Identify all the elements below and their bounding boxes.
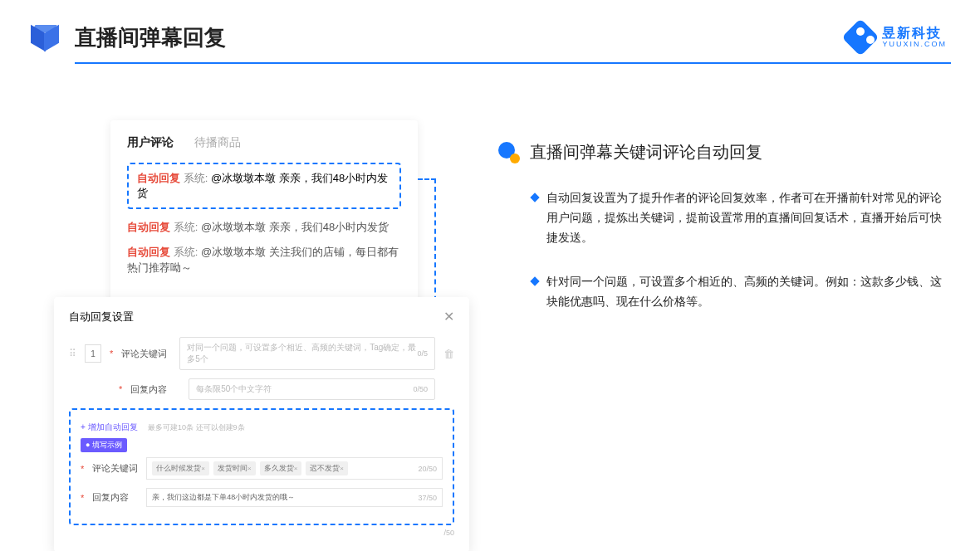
bullet-point: 针对同一个问题，可设置多个相近的、高频的关键词。例如：这款多少钱、这块能优惠吗、… <box>532 272 947 312</box>
settings-dialog: 自动回复设置 ✕ ⠿ 1 * 评论关键词 对同一个问题，可设置多个相近、高频的关… <box>54 297 469 551</box>
system-label: 系统: <box>174 221 198 233</box>
bullet-icon <box>530 193 539 202</box>
auto-reply-tag: 自动回复 <box>137 172 180 184</box>
required-icon: * <box>119 384 122 394</box>
delete-icon[interactable]: 🗑 <box>443 348 454 360</box>
logo-icon <box>842 18 880 56</box>
keyword-tag[interactable]: 多久发货× <box>260 461 302 475</box>
example-badge: ● 填写示例 <box>81 438 127 452</box>
row-number: 1 <box>85 344 101 363</box>
content-label: 回复内容 <box>92 491 138 504</box>
char-count: 0/5 <box>417 349 428 358</box>
section-title: 直播间弹幕关键词评论自动回复 <box>530 141 762 163</box>
form-row-keyword: ⠿ 1 * 评论关键词 对同一个问题，可设置多个相近、高频的关键词，Tag确定，… <box>69 337 454 370</box>
form-row-content: * 回复内容 每条限50个中文字符 0/50 <box>69 378 454 400</box>
system-label: 系统: <box>174 246 198 258</box>
bullet-icon <box>530 277 539 286</box>
example-row-keyword: * 评论关键词 什么时候发货× 发货时间× 多久发货× 迟不发货× 20/50 <box>81 457 443 480</box>
keyword-tag[interactable]: 发货时间× <box>213 461 256 475</box>
char-count: 0/50 <box>413 385 428 393</box>
highlighted-reply: 自动回复 系统: @冰墩墩本墩 亲亲，我们48小时内发货 <box>127 163 401 209</box>
logo-text-cn: 昱新科技 <box>882 26 947 41</box>
input-placeholder: 每条限50个中文字符 <box>196 383 272 395</box>
drag-handle-icon[interactable]: ⠿ <box>69 348 76 359</box>
brand-logo: 昱新科技 YUUXIN.COM <box>847 24 947 51</box>
keyword-label: 评论关键词 <box>92 462 138 475</box>
example-content-input[interactable]: 亲，我们这边都是下单48小时内发货的哦～ 37/50 <box>146 488 443 507</box>
keyword-input[interactable]: 对同一个问题，可设置多个相近、高频的关键词，Tag确定，最多5个 0/5 <box>179 337 435 370</box>
example-keyword-input[interactable]: 什么时候发货× 发货时间× 多久发货× 迟不发货× 20/50 <box>146 457 443 480</box>
content-label: 回复内容 <box>130 383 180 396</box>
reply-line: 自动回复 系统: @冰墩墩本墩 亲亲，我们48小时内发货 <box>127 219 401 236</box>
keyword-tag[interactable]: 什么时候发货× <box>152 461 209 475</box>
cube-icon <box>29 21 62 54</box>
example-row-content: * 回复内容 亲，我们这边都是下单48小时内发货的哦～ 37/50 <box>81 488 443 507</box>
required-icon: * <box>81 493 84 503</box>
page-title: 直播间弹幕回复 <box>75 23 226 52</box>
logo-text-en: YUUXIN.COM <box>882 41 947 49</box>
content-input[interactable]: 每条限50个中文字符 0/50 <box>189 378 435 400</box>
input-placeholder: 对同一个问题，可设置多个相近、高频的关键词，Tag确定，最多5个 <box>187 342 417 365</box>
reply-text: @冰墩墩本墩 亲亲，我们48小时内发货 <box>201 221 389 233</box>
add-reply-link[interactable]: + 增加自动回复 <box>81 422 138 432</box>
outer-count: /50 <box>69 529 454 537</box>
char-count: 20/50 <box>418 465 437 473</box>
char-count: 37/50 <box>418 494 437 502</box>
keyword-tag[interactable]: 迟不发货× <box>306 461 348 475</box>
bullet-text: 自动回复设置为了提升作者的评论回复效率，作者可在开播前针对常见的评论用户问题，提… <box>546 188 947 247</box>
add-hint: 最多可建10条 还可以创建9条 <box>148 423 245 432</box>
tab-user-comments[interactable]: 用户评论 <box>127 135 174 150</box>
auto-reply-tag: 自动回复 <box>127 246 170 258</box>
required-icon: * <box>110 349 113 358</box>
description-panel: 直播间弹幕关键词评论自动回复 自动回复设置为了提升作者的评论回复效率，作者可在开… <box>498 141 947 337</box>
auto-reply-tag: 自动回复 <box>127 221 170 233</box>
dialog-title: 自动回复设置 <box>69 310 134 324</box>
tab-pending-goods[interactable]: 待播商品 <box>194 135 241 150</box>
bullet-point: 自动回复设置为了提升作者的评论回复效率，作者可在开播前针对常见的评论用户问题，提… <box>532 188 947 247</box>
comment-tabs: 用户评论 待播商品 <box>127 135 401 150</box>
bullet-text: 针对同一个问题，可设置多个相近的、高频的关键词。例如：这款多少钱、这块能优惠吗、… <box>546 272 947 312</box>
page-header: 直播间弹幕回复 昱新科技 YUUXIN.COM <box>0 0 980 62</box>
header-divider <box>75 62 951 64</box>
close-icon[interactable]: ✕ <box>443 309 454 324</box>
system-label: 系统: <box>184 172 208 184</box>
chat-bubble-icon <box>498 142 520 163</box>
comments-card: 用户评论 待播商品 自动回复 系统: @冰墩墩本墩 亲亲，我们48小时内发货 自… <box>110 120 418 318</box>
required-icon: * <box>81 464 84 474</box>
keyword-label: 评论关键词 <box>121 348 171 360</box>
reply-line: 自动回复 系统: @冰墩墩本墩 关注我们的店铺，每日都有热门推荐呦～ <box>127 244 401 276</box>
example-section: + 增加自动回复 最多可建10条 还可以创建9条 ● 填写示例 * 评论关键词 … <box>69 408 454 525</box>
example-content-text: 亲，我们这边都是下单48小时内发货的哦～ <box>152 492 295 503</box>
